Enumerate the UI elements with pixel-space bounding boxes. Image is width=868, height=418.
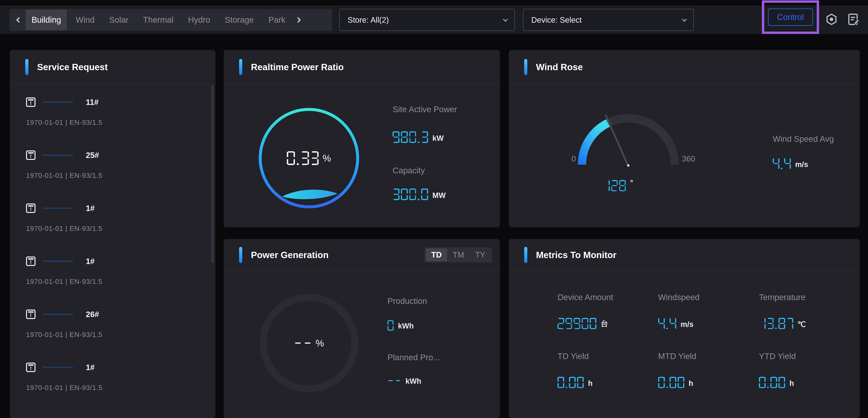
chevron-down-icon [503,17,508,22]
stat-value-row: kW [393,131,444,143]
generation-ratio-unit: % [316,338,324,349]
work-order-icon: ! [26,257,35,266]
connector-line [42,207,73,209]
stat-label: Planned Pro... [388,353,440,362]
capacity-value [393,189,428,200]
metric-label: Windspeed [658,293,700,302]
scrollbar-thumb[interactable] [211,85,214,263]
metric-label: MTD Yield [658,352,696,361]
request-meta: 1970-01-01 | EN-93/1.5 [26,278,215,286]
request-meta: 1970-01-01 | EN-93/1.5 [26,171,215,180]
period-tab-ty[interactable]: TY [470,249,491,261]
site-active-power-unit: kW [432,134,444,143]
wind-speed-avg-value [773,158,791,169]
category-tabbar: Building Wind Solar Thermal Hydro Storag… [9,9,332,31]
connector-line [42,154,73,156]
power-generation-card: Power Generation TD TM TY % Production k… [224,239,500,418]
metric-mtd-yield: MTD Yield h [658,352,696,388]
tab-thermal[interactable]: Thermal [137,10,179,30]
card-title: Service Request [37,62,108,72]
site-active-power-value [393,131,428,143]
wind-speed-avg-unit: m/s [795,160,808,169]
period-tab-td[interactable]: TD [426,249,447,261]
wind-direction-value [603,180,626,191]
tab-building[interactable]: Building [26,10,67,30]
metric-unit: 台 [601,319,608,329]
production-unit: kWh [398,322,414,331]
gauge-scale-max: 360 [682,154,695,163]
wind-rose-card: Wind Rose 0 360 ° Wind Speed Avg m/s [509,50,860,227]
accent-bar [524,247,527,263]
connector-line [42,366,73,368]
service-request-row[interactable]: ! 1# 1970-01-01 | EN-93/1.5 [10,203,215,232]
tab-wind[interactable]: Wind [70,10,100,30]
metric-temperature: Temperature ℃ [759,293,806,329]
metrics-to-monitor-card: Metrics To Monitor Device Amount 台 Winds… [509,239,860,418]
accent-bar [25,59,28,75]
metric-label: YTD Yield [759,352,796,361]
stat-label: Wind Speed Avg [773,134,834,144]
forward-chevron-icon[interactable] [295,17,301,23]
metric-td-yield: TD Yield h [557,352,593,388]
metric-unit: m/s [681,320,693,329]
planned-production-value [388,376,401,386]
service-request-card: Service Request ! 11# 1970-01-01 | EN-93… [10,50,215,418]
card-header: Realtime Power Ratio [224,50,500,85]
connector-line [42,260,73,262]
turbine-id: 25# [86,151,99,160]
turbine-id: 1# [86,204,95,213]
metric-value [658,318,676,329]
service-request-row[interactable]: ! 26# 1970-01-01 | EN-93/1.5 [10,309,215,339]
period-segmented-control: TD TM TY [425,247,492,262]
metric-value [557,377,584,388]
device-dropdown-value: Device: Select [531,15,582,25]
stat-label: Production [388,296,427,306]
top-nav: Building Wind Solar Thermal Hydro Storag… [0,5,868,34]
log-edit-icon[interactable] [847,13,860,26]
turbine-id: 26# [86,310,99,319]
turbine-id: 1# [86,257,95,266]
service-request-row[interactable]: ! 11# 1970-01-01 | EN-93/1.5 [10,97,215,126]
control-button[interactable]: Control [768,8,813,26]
tab-storage[interactable]: Storage [219,10,259,30]
tab-solar[interactable]: Solar [103,10,134,30]
stat-value-row: m/s [773,158,808,169]
stat-label: Site Active Power [393,105,457,114]
metric-value [658,377,684,388]
stat-value-row: kWh [388,376,421,386]
store-dropdown[interactable]: Store: All(2) [339,9,515,31]
card-header: Service Request [10,50,215,85]
metric-ytd-yield: YTD Yield h [759,352,796,388]
work-order-icon: ! [26,151,35,160]
ratio-value [287,151,319,165]
stat-value-row: kWh [388,320,414,331]
service-request-row[interactable]: ! 1# 1970-01-01 | EN-93/1.5 [10,256,215,286]
period-tab-tm[interactable]: TM [447,249,470,261]
tab-hydro[interactable]: Hydro [182,10,216,30]
work-order-icon: ! [26,363,35,372]
planned-production-unit: kWh [405,377,421,386]
card-header: Metrics To Monitor [509,239,860,271]
card-title: Realtime Power Ratio [251,62,344,72]
metric-value [557,318,596,329]
metric-value [759,377,785,388]
turbine-id: 11# [86,98,99,107]
capacity-unit: MW [432,191,446,200]
request-meta: 1970-01-01 | EN-93/1.5 [26,331,215,339]
settings-gear-icon[interactable] [825,13,838,26]
gauge-scale-min: 0 [571,154,576,163]
tab-park[interactable]: Park [262,10,291,30]
stat-value-row: MW [393,189,446,200]
service-request-row[interactable]: ! 25# 1970-01-01 | EN-93/1.5 [10,150,215,180]
turbine-id: 1# [86,363,95,372]
accent-bar [239,59,242,75]
metric-windspeed: Windspeed m/s [658,293,700,329]
connector-line [42,314,73,315]
accent-bar [239,247,242,263]
request-meta: 1970-01-01 | EN-93/1.5 [26,384,215,392]
back-chevron-icon[interactable] [16,17,22,23]
device-dropdown[interactable]: Device: Select [523,9,694,31]
metric-value [759,318,793,329]
chevron-down-icon [682,17,687,22]
service-request-row[interactable]: ! 1# 1970-01-01 | EN-93/1.5 [10,362,215,392]
